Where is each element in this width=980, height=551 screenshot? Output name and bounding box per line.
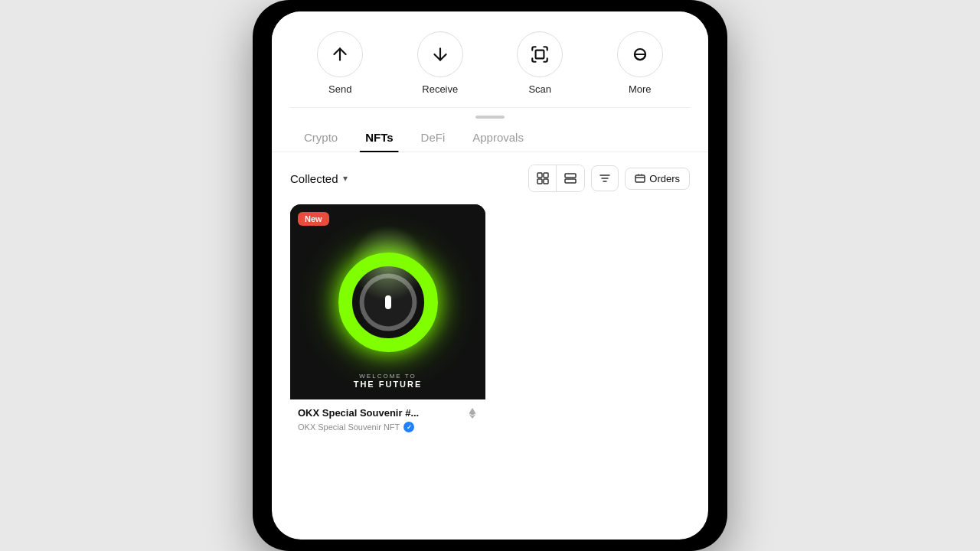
dropdown-arrow-icon: ▾ [343,173,348,184]
svg-rect-7 [544,179,548,184]
svg-rect-8 [565,174,576,178]
tab-crypto[interactable]: Crypto [290,123,351,152]
grid-view-button[interactable] [529,165,557,191]
nft-collection-name: OKX Special Souvenir NFT [298,422,400,432]
grid-icon [537,172,549,184]
scan-icon [530,44,550,64]
receive-icon [430,44,450,64]
svg-rect-9 [565,179,576,183]
nft-center-figure [385,295,391,309]
scan-label: Scan [528,83,551,95]
new-badge: New [298,212,329,226]
more-button[interactable]: More [613,31,667,95]
tab-approvals[interactable]: Approvals [459,123,537,152]
orders-button[interactable]: Orders [625,168,690,190]
top-bar: Send Receive [272,11,708,108]
drag-handle [272,108,708,123]
receive-icon-circle [417,31,463,77]
send-button[interactable]: Send [313,31,367,95]
list-icon [564,172,577,184]
nft-image-wrapper: WELCOME TO THE FUTURE New [290,204,485,399]
orders-label: Orders [649,173,680,184]
filter-row: Collected ▾ [290,165,690,192]
nft-card[interactable]: WELCOME TO THE FUTURE New OKX Special So… [290,204,485,442]
nft-collection-row: OKX Special Souvenir NFT [298,422,478,432]
orders-icon [635,173,645,184]
eth-icon [467,408,478,419]
nft-text-future: THE FUTURE [290,380,485,389]
svg-rect-2 [536,51,544,59]
send-label: Send [328,83,351,95]
phone-frame: Send Receive [253,0,727,551]
svg-rect-5 [544,173,548,178]
drag-bar [475,116,505,119]
nft-title: OKX Special Souvenir #... [298,407,462,419]
list-view-button[interactable] [557,165,584,191]
collected-label: Collected [290,172,338,185]
content-area: Collected ▾ [272,152,708,540]
scan-icon-circle [517,31,563,77]
filter-button[interactable] [591,165,619,191]
nft-visual: WELCOME TO THE FUTURE [290,204,485,399]
svg-rect-13 [635,175,645,182]
nft-text-overlay: WELCOME TO THE FUTURE [290,373,485,389]
scan-button[interactable]: Scan [513,31,567,95]
nft-title-row: OKX Special Souvenir #... [298,407,478,419]
nft-grid: WELCOME TO THE FUTURE New OKX Special So… [290,204,690,442]
more-label: More [629,83,652,95]
view-toggle [528,165,585,192]
send-icon-circle [317,31,363,77]
more-icon-circle [617,31,663,77]
filter-icon [599,172,611,184]
tab-defi[interactable]: DeFi [407,123,459,152]
svg-rect-6 [537,179,542,184]
receive-label: Receive [422,83,458,95]
receive-button[interactable]: Receive [413,31,467,95]
nft-info: OKX Special Souvenir #... OKX Special So… [290,399,485,442]
collected-dropdown[interactable]: Collected ▾ [290,172,348,185]
send-icon [330,44,350,64]
tab-nfts[interactable]: NFTs [351,123,407,152]
filter-controls: Orders [528,165,690,192]
nft-text-welcome: WELCOME TO [290,373,485,380]
phone-screen: Send Receive [272,11,708,540]
nft-image-content: WELCOME TO THE FUTURE [290,204,485,399]
tabs-row: Crypto NFTs DeFi Approvals [272,123,708,152]
more-icon [630,44,650,64]
svg-rect-4 [537,173,542,178]
verified-badge-icon [403,422,414,432]
action-buttons-row: Send Receive [290,25,690,108]
